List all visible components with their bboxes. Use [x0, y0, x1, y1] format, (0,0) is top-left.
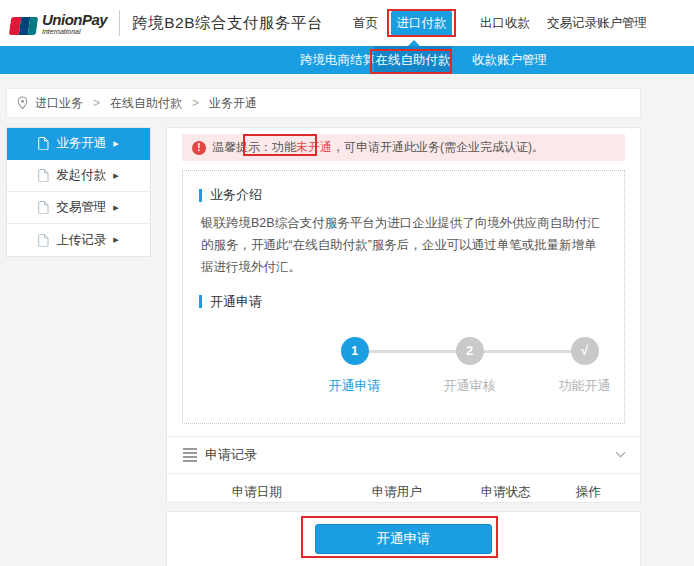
alert-text: 温馨提示：功能未开通，可申请开通此业务(需企业完成认证)。: [212, 139, 544, 156]
document-icon: [38, 169, 49, 182]
unionpay-card-icon: [9, 17, 39, 35]
col-apply-date: 申请日期: [181, 484, 332, 501]
col-action: 操作: [550, 484, 626, 501]
nav-item-account[interactable]: 账户管理: [597, 0, 647, 46]
alert-highlight: 未开通: [296, 140, 332, 154]
sidebar-item-transaction-management[interactable]: 交易管理 ▶: [7, 192, 150, 224]
progress-steps: 1 开通申请 2 开通审核 √ 功能开通: [297, 337, 643, 395]
list-icon: [183, 448, 197, 462]
breadcrumb-level2[interactable]: 在线自助付款: [110, 95, 182, 112]
brand-name: UnionPay: [42, 12, 107, 27]
intro-heading: 业务介绍: [199, 186, 608, 204]
subnav-pointer-triangle: [408, 40, 420, 46]
records-heading: 申请记录: [205, 446, 257, 464]
alert-exclamation-icon: !: [192, 141, 206, 155]
main-panel: ! 温馨提示：功能未开通，可申请开通此业务(需企业完成认证)。 业务介绍 银联跨…: [166, 127, 641, 503]
records-header: 申请记录: [167, 436, 640, 474]
page: UnionPay International 跨境B2B综合支付服务平台 首页 …: [0, 0, 694, 566]
step-review: 2 开通审核: [412, 337, 527, 395]
breadcrumb: 进口业务 > 在线自助付款 > 业务开通: [6, 88, 641, 118]
header: UnionPay International 跨境B2B综合支付服务平台 首页 …: [0, 0, 694, 46]
location-pin-icon: [17, 96, 28, 110]
sidebar-item-upload-records[interactable]: 上传记录 ▶: [7, 224, 150, 256]
breadcrumb-separator: >: [192, 96, 199, 110]
breadcrumb-level3: 业务开通: [209, 95, 257, 112]
nav-item-import-payment[interactable]: 进口付款: [391, 11, 452, 36]
bottom-panel: 开通申请: [166, 511, 641, 566]
sidebar: 业务开通 ▶ 发起付款 ▶ 交易管理 ▶ 上传记录 ▶: [6, 127, 151, 257]
sidebar-item-label: 上传记录: [56, 232, 106, 249]
step-marker: 2: [456, 337, 484, 365]
arrow-right-icon: ▶: [113, 204, 118, 212]
document-icon: [38, 234, 49, 247]
step-marker: √: [571, 337, 599, 365]
apply-heading: 开通申请: [199, 293, 608, 311]
breadcrumb-level1[interactable]: 进口业务: [35, 95, 83, 112]
step-label: 开通审核: [444, 377, 496, 395]
nav-item-export-receipt[interactable]: 出口收款: [480, 0, 530, 46]
open-application-button[interactable]: 开通申请: [315, 524, 492, 554]
step-enabled: √ 功能开通: [527, 337, 642, 395]
sidebar-item-label: 业务开通: [56, 135, 106, 152]
document-icon: [38, 137, 49, 150]
arrow-right-icon: ▶: [113, 172, 118, 180]
intro-dotted-box: 业务介绍 银联跨境B2B综合支付服务平台为进口企业提供了向境外供应商自助付汇的服…: [182, 170, 625, 424]
nav-item-home[interactable]: 首页: [353, 0, 378, 46]
step-marker: 1: [341, 337, 369, 365]
brand-subname: International: [42, 28, 107, 35]
arrow-right-icon: ▶: [113, 236, 118, 244]
subnav-bar: 跨境电商结算 在线自助付款 收款账户管理: [0, 46, 694, 74]
arrow-right-icon: ▶: [113, 140, 118, 148]
sidebar-item-label: 发起付款: [56, 167, 106, 184]
sidebar-item-initiate-payment[interactable]: 发起付款 ▶: [7, 160, 150, 192]
intro-body: 银联跨境B2B综合支付服务平台为进口企业提供了向境外供应商自助付汇的服务，开通此…: [201, 213, 606, 279]
site-title: 跨境B2B综合支付服务平台: [132, 13, 323, 34]
sidebar-item-service-activation[interactable]: 业务开通 ▶: [7, 128, 150, 160]
col-apply-status: 申请状态: [461, 484, 550, 501]
blue-bar-icon: [199, 189, 202, 202]
step-label: 功能开通: [559, 377, 611, 395]
subnav-item-receiving-account[interactable]: 收款账户管理: [472, 46, 547, 74]
document-icon: [38, 201, 49, 214]
records-table-header: 申请日期 申请用户 申请状态 操作: [167, 474, 640, 512]
step-label: 开通申请: [329, 377, 381, 395]
sidebar-item-label: 交易管理: [56, 199, 106, 216]
subnav-item-ecommerce-settlement[interactable]: 跨境电商结算: [300, 46, 375, 74]
unionpay-logo: UnionPay International: [10, 12, 107, 35]
chevron-down-icon[interactable]: [616, 448, 626, 458]
header-divider: [119, 10, 120, 36]
col-apply-user: 申请用户: [332, 484, 461, 501]
nav-item-transactions[interactable]: 交易记录: [547, 0, 597, 46]
breadcrumb-separator: >: [93, 96, 100, 110]
subnav-item-online-self-payment[interactable]: 在线自助付款: [374, 46, 452, 74]
notice-alert: ! 温馨提示：功能未开通，可申请开通此业务(需企业完成认证)。: [182, 134, 625, 161]
blue-bar-icon: [199, 295, 202, 308]
step-apply: 1 开通申请: [297, 337, 412, 395]
